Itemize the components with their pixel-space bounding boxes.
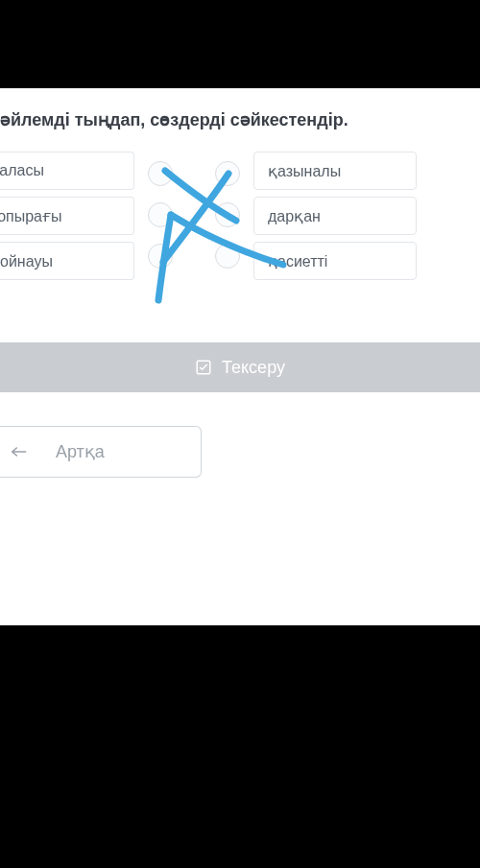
right-endpoint-1[interactable] [215,202,240,227]
right-word-0[interactable]: қазыналы [253,152,417,190]
left-column: даласы топырағы қойнауы [0,152,134,280]
left-word-0[interactable]: даласы [0,152,134,190]
left-endpoint-1[interactable] [148,202,173,227]
right-endpoint-2[interactable] [215,244,240,269]
back-button[interactable]: Артқа [0,426,202,478]
left-word-1[interactable]: топырағы [0,197,134,235]
right-endpoints [213,152,242,273]
right-word-1[interactable]: дарқан [253,197,417,235]
exercise-window: әйлемді тыңдап, сөздерді сәйкестендір. д… [0,88,480,625]
right-column: қазыналы дарқан қасиетті [253,152,417,280]
instruction-text: әйлемді тыңдап, сөздерді сәйкестендір. [0,109,480,130]
left-endpoint-2[interactable] [148,244,173,269]
check-button[interactable]: Тексеру [0,342,480,392]
right-word-2[interactable]: қасиетті [253,242,417,280]
checkbox-icon [195,359,212,376]
check-button-label: Тексеру [222,358,285,378]
left-endpoint-0[interactable] [148,161,173,186]
back-button-label: Артқа [56,441,105,462]
right-endpoint-0[interactable] [215,161,240,186]
match-area: даласы топырағы қойнауы қазыналы дарқан … [0,152,480,280]
arrow-left-icon [12,445,27,458]
left-word-2[interactable]: қойнауы [0,242,134,280]
content-wrap: әйлемді тыңдап, сөздерді сәйкестендір. д… [0,88,480,478]
left-endpoints [146,152,175,273]
